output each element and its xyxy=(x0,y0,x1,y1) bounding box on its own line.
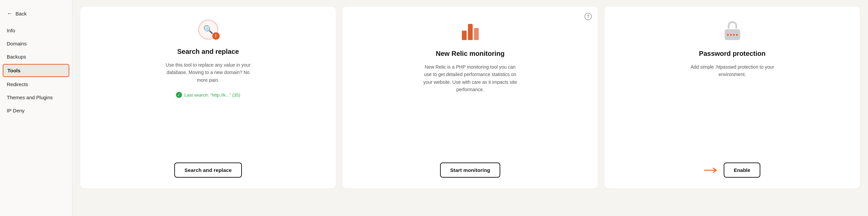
bar-3 xyxy=(474,28,479,40)
padlock-icon xyxy=(724,21,741,40)
enable-container: Enable xyxy=(704,162,760,178)
sidebar-item-info[interactable]: Info xyxy=(0,24,72,37)
dot-2 xyxy=(730,34,732,36)
sidebar-item-domains[interactable]: Domains xyxy=(0,37,72,50)
start-monitoring-button[interactable]: Start monitoring xyxy=(440,162,500,178)
search-badge: ! xyxy=(212,32,220,40)
search-replace-status: ✓ Last search: "http://k..." (35) xyxy=(176,92,240,98)
status-text: Last search: "http://k..." (35) xyxy=(184,93,240,98)
dot-3 xyxy=(733,34,735,36)
password-protection-title: Password protection xyxy=(699,49,766,58)
new-relic-card: ? New Relic monitoring New Relic is a PH… xyxy=(342,7,598,188)
dot-1 xyxy=(727,34,729,36)
magnify-icon: 🔍 xyxy=(203,25,213,34)
enable-button[interactable]: Enable xyxy=(724,162,760,178)
sidebar-item-backups[interactable]: Backups xyxy=(0,50,72,63)
bar-2 xyxy=(468,24,473,40)
sidebar: ← Back Info Domains Backups Tools Redire… xyxy=(0,0,72,216)
search-replace-button[interactable]: Search and replace xyxy=(174,162,242,178)
sidebar-item-ip-deny[interactable]: IP Deny xyxy=(0,104,72,117)
back-arrow-icon: ← xyxy=(7,10,13,17)
padlock-arch xyxy=(728,21,737,29)
arrow-right-icon xyxy=(704,167,719,173)
padlock-icon-container xyxy=(721,19,744,42)
main-content: 🔍 ! Search and replace Use this tool to … xyxy=(72,0,868,216)
dot-4 xyxy=(736,34,738,36)
back-button[interactable]: ← Back xyxy=(0,7,72,24)
padlock-body xyxy=(725,29,740,40)
sidebar-item-themes-plugins[interactable]: Themes and Plugins xyxy=(0,91,72,104)
sidebar-nav: Info Domains Backups Tools Redirects The… xyxy=(0,24,72,117)
back-label: Back xyxy=(16,11,27,17)
bar-1 xyxy=(462,31,467,40)
search-replace-icon: 🔍 ! xyxy=(197,19,219,40)
check-icon: ✓ xyxy=(176,92,182,98)
search-replace-title: Search and replace xyxy=(177,47,239,56)
new-relic-icon xyxy=(459,19,482,42)
new-relic-description: New Relic is a PHP monitoring tool you c… xyxy=(423,63,518,94)
search-replace-card: 🔍 ! Search and replace Use this tool to … xyxy=(81,7,336,188)
password-protection-card: Password protection Add simple .htpasswd… xyxy=(604,7,860,188)
sidebar-item-redirects[interactable]: Redirects xyxy=(0,78,72,91)
sidebar-item-tools[interactable]: Tools xyxy=(3,64,69,77)
help-icon[interactable]: ? xyxy=(584,13,592,20)
new-relic-title: New Relic monitoring xyxy=(436,49,504,58)
padlock-dots xyxy=(727,34,738,36)
search-replace-description: Use this tool to replace any value in yo… xyxy=(161,61,255,84)
password-protection-description: Add simple .htpasswd protection to your … xyxy=(685,63,779,79)
